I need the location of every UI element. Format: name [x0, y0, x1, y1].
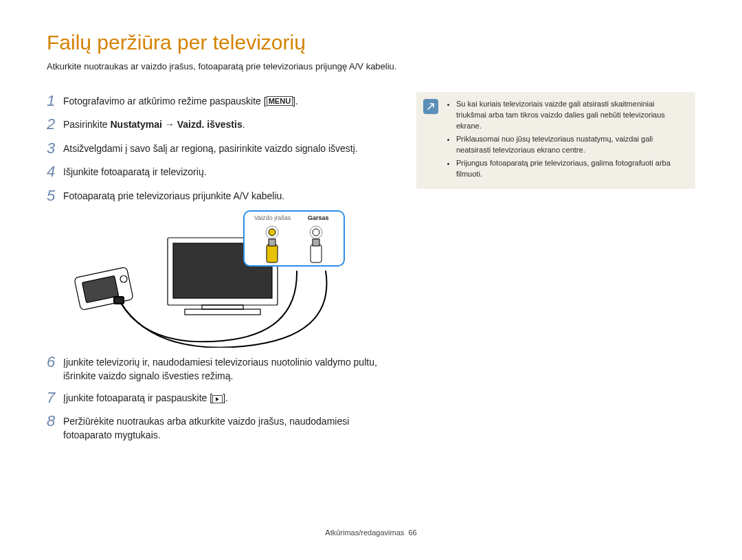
page-title: Failų peržiūra per televizorių: [47, 31, 695, 54]
info-icon: [423, 99, 438, 114]
text: .: [243, 119, 245, 130]
step-7: 7 Įjunkite fotoaparatą ir paspauskite []…: [47, 389, 397, 407]
step-text: Atsižvelgdami į savo šalį ar regioną, pa…: [63, 139, 358, 155]
step-number: 3: [47, 139, 63, 157]
note-list: Su kai kuriais televizoriais vaizde gali…: [448, 99, 686, 180]
step-text: Įjunkite fotoaparatą ir paspauskite [].: [63, 389, 228, 405]
step-text: Pasirinkite Nustatymai → Vaizd. išvestis…: [63, 115, 245, 131]
step-2: 2 Pasirinkite Nustatymai → Vaizd. išvest…: [47, 115, 397, 133]
svg-rect-11: [267, 245, 278, 262]
svg-rect-15: [311, 245, 322, 262]
step-3: 3 Atsižvelgdami į savo šalį ar regioną, …: [47, 139, 397, 157]
connection-diagram: Vaizdo įrašas Garsas: [65, 210, 360, 348]
svg-point-6: [120, 276, 127, 282]
left-column: 1 Fotografavimo ar atkūrimo režime paspa…: [47, 92, 397, 448]
content-columns: 1 Fotografavimo ar atkūrimo režime paspa…: [47, 92, 695, 448]
svg-point-14: [313, 229, 319, 236]
step-number: 6: [47, 353, 63, 371]
step-text: Fotografavimo ar atkūrimo režime paspaus…: [63, 92, 298, 108]
step-5: 5 Fotoaparatą prie televizoriaus prijunk…: [47, 187, 397, 205]
note-box: Su kai kuriais televizoriais vaizde gali…: [416, 92, 695, 189]
svg-rect-7: [114, 297, 124, 304]
step-1: 1 Fotografavimo ar atkūrimo režime paspa…: [47, 92, 397, 110]
svg-rect-3: [185, 309, 260, 315]
play-button-icon: [212, 395, 223, 403]
text: ].: [223, 392, 228, 403]
svg-rect-12: [269, 239, 276, 246]
step-6: 6 Įjunkite televizorių ir, naudodamiesi …: [47, 353, 397, 383]
right-column: Su kai kuriais televizoriais vaizde gali…: [416, 92, 695, 448]
connector-callout: Vaizdo įrašas Garsas: [243, 210, 345, 267]
svg-rect-16: [313, 239, 319, 246]
text: ].: [293, 96, 298, 107]
svg-point-10: [269, 229, 276, 236]
step-4: 4 Išjunkite fotoaparatą ir televizorių.: [47, 163, 397, 181]
note-item: Prijungus fotoaparatą prie televizoriaus…: [456, 158, 686, 180]
menu-button-icon: MENU: [267, 96, 293, 106]
step-number: 8: [47, 412, 63, 430]
step-text: Peržiūrėkite nuotraukas arba atkurkite v…: [63, 412, 397, 443]
step-text: Įjunkite televizorių ir, naudodamiesi te…: [63, 353, 397, 383]
page-footer: Atkūrimas/redagavimas 66: [0, 528, 742, 537]
step-text: Išjunkite fotoaparatą ir televizorių.: [63, 163, 207, 179]
page-number: 66: [408, 528, 416, 537]
step-number: 5: [47, 187, 63, 205]
step-text: Fotoaparatą prie televizoriaus prijunkit…: [63, 187, 284, 203]
step-number: 1: [47, 92, 63, 110]
text: Fotografavimo ar atkūrimo režime paspaus…: [63, 96, 267, 107]
step-number: 2: [47, 115, 63, 133]
section-name: Atkūrimas/redagavimas: [325, 528, 404, 537]
text: Pasirinkite: [63, 119, 110, 130]
step-8: 8 Peržiūrėkite nuotraukas arba atkurkite…: [47, 412, 397, 443]
plugs-svg: [245, 212, 346, 268]
text: Įjunkite fotoaparatą ir paspauskite [: [63, 392, 212, 403]
bold: Nustatymai → Vaizd. išvestis: [110, 119, 242, 130]
step-number: 4: [47, 163, 63, 181]
note-item: Priklausomai nuo jūsų televizoriaus nust…: [456, 134, 686, 156]
step-number: 7: [47, 389, 63, 407]
page-subtitle: Atkurkite nuotraukas ar vaizdo įrašus, f…: [47, 61, 695, 71]
svg-rect-2: [202, 305, 243, 309]
note-item: Su kai kuriais televizoriais vaizde gali…: [456, 99, 686, 132]
